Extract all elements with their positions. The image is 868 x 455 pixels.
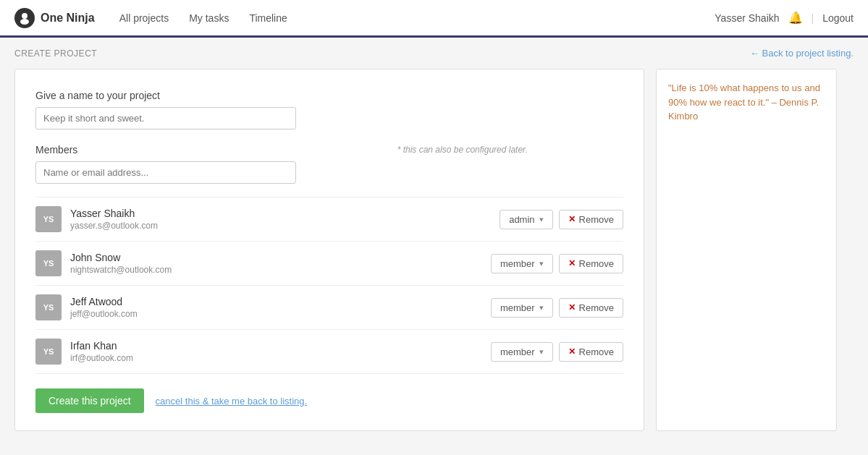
members-note: * this can also be configured later. — [397, 145, 528, 155]
svg-point-1 — [20, 19, 29, 25]
user-name: Yasser Shaikh — [715, 12, 779, 24]
close-icon: ✕ — [568, 346, 576, 357]
remove-button[interactable]: ✕ Remove — [559, 298, 623, 318]
back-to-listing-link[interactable]: ← Back to project listing. — [750, 48, 854, 59]
member-info: Yasser Shaikh yasser.s@outlook.com — [70, 208, 500, 231]
role-dropdown-button[interactable]: member ▾ — [491, 342, 553, 362]
member-actions: member ▾ ✕ Remove — [491, 298, 623, 318]
avatar: YS — [35, 294, 62, 320]
remove-button[interactable]: ✕ Remove — [559, 254, 623, 273]
brand-icon — [14, 8, 35, 28]
quote-text: "Life is 10% what happens to us and 90% … — [668, 82, 820, 122]
remove-button[interactable]: ✕ Remove — [559, 342, 623, 362]
chevron-down-icon: ▾ — [539, 215, 544, 224]
page-footer: © 2015 - One Ninja — [0, 446, 868, 455]
chevron-down-icon: ▾ — [539, 347, 544, 357]
table-row: YS Jeff Atwood jeff@outlook.com member ▾… — [35, 286, 623, 330]
bell-icon[interactable]: 🔔 — [788, 11, 803, 25]
member-actions: member ▾ ✕ Remove — [491, 342, 623, 362]
nav-all-projects[interactable]: All projects — [117, 1, 172, 35]
member-name: Yasser Shaikh — [70, 208, 500, 219]
member-name: Jeff Atwood — [70, 296, 491, 307]
svg-point-0 — [22, 13, 28, 19]
breadcrumb: CREATE PROJECT — [14, 48, 97, 59]
member-actions: member ▾ ✕ Remove — [491, 254, 623, 273]
close-icon: ✕ — [568, 302, 576, 312]
member-email: yasser.s@outlook.com — [70, 221, 500, 231]
role-dropdown-button[interactable]: member ▾ — [491, 298, 553, 318]
remove-button[interactable]: ✕ Remove — [559, 210, 623, 229]
table-row: YS John Snow nightswatch@outlook.com mem… — [35, 242, 623, 286]
chevron-down-icon: ▾ — [539, 259, 544, 268]
form-card: Give a name to your project Members * th… — [14, 69, 644, 431]
brand-name: One Ninja — [41, 12, 95, 25]
nav-divider: | — [812, 12, 814, 24]
logout-link[interactable]: Logout — [822, 12, 854, 24]
members-label: Members — [35, 144, 77, 156]
nav-links: All projects My tasks Timeline — [117, 1, 715, 35]
avatar: YS — [35, 250, 62, 276]
main-content: Give a name to your project Members * th… — [0, 69, 868, 446]
quote-card: "Life is 10% what happens to us and 90% … — [656, 69, 837, 431]
member-actions: admin ▾ ✕ Remove — [500, 210, 623, 229]
member-email: nightswatch@outlook.com — [70, 265, 491, 275]
role-dropdown-button[interactable]: admin ▾ — [500, 210, 552, 229]
create-project-button[interactable]: Create this project — [35, 388, 144, 413]
navbar: One Ninja All projects My tasks Timeline… — [0, 0, 868, 38]
member-info: Jeff Atwood jeff@outlook.com — [70, 296, 491, 319]
close-icon: ✕ — [568, 214, 576, 224]
nav-my-tasks[interactable]: My tasks — [186, 1, 232, 35]
member-list: YS Yasser Shaikh yasser.s@outlook.com ad… — [35, 197, 623, 374]
chevron-down-icon: ▾ — [539, 303, 544, 312]
table-row: YS Yasser Shaikh yasser.s@outlook.com ad… — [35, 197, 623, 242]
member-name: John Snow — [70, 252, 491, 263]
member-info: Irfan Khan irf@outlook.com — [70, 340, 491, 363]
member-name: Irfan Khan — [70, 340, 491, 352]
member-email: irf@outlook.com — [70, 353, 491, 363]
cancel-link[interactable]: cancel this & take me back to listing. — [156, 396, 308, 407]
close-icon: ✕ — [568, 258, 576, 268]
project-name-input[interactable] — [35, 107, 296, 129]
nav-right: Yasser Shaikh 🔔 | Logout — [715, 11, 854, 25]
project-name-label: Give a name to your project — [35, 90, 623, 101]
avatar: YS — [35, 206, 62, 232]
brand: One Ninja — [14, 8, 95, 28]
members-row: Members * this can also be configured la… — [35, 144, 528, 156]
table-row: YS Irfan Khan irf@outlook.com member ▾ ✕… — [35, 330, 623, 374]
page-header: CREATE PROJECT ← Back to project listing… — [0, 38, 868, 69]
member-info: John Snow nightswatch@outlook.com — [70, 252, 491, 275]
form-footer: Create this project cancel this & take m… — [35, 388, 623, 413]
member-email: jeff@outlook.com — [70, 309, 491, 319]
role-dropdown-button[interactable]: member ▾ — [491, 254, 553, 273]
nav-timeline[interactable]: Timeline — [246, 1, 290, 35]
avatar: YS — [35, 339, 62, 365]
member-search-input[interactable] — [35, 161, 296, 184]
